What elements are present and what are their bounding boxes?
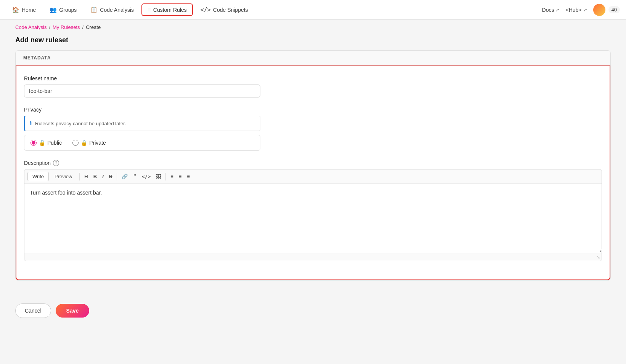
radio-private-input[interactable] [72,140,79,146]
breadcrumb-sep-2: / [82,24,84,30]
docs-label: Docs [542,7,554,13]
radio-public[interactable]: 🔓 Public [30,140,62,146]
nav-custom-rules-label: Custom Rules [153,7,187,13]
nav-item-code-snippets[interactable]: </> Code Snippets [194,3,254,16]
editor-toolbar: Write Preview H B I S 🔗 " </> 🖼 ≡ [24,169,602,184]
action-bar: Cancel Save [0,296,626,326]
code-analysis-icon: 📋 [90,6,98,13]
breadcrumb-create: Create [86,24,101,30]
breadcrumb: Code Analysis / My Rulesets / Create [0,20,626,35]
toolbar-quote-btn[interactable]: " [131,172,138,181]
toolbar-bold-btn[interactable]: B [91,172,99,181]
save-button[interactable]: Save [56,304,90,318]
description-editor: Write Preview H B I S 🔗 " </> 🖼 ≡ [24,169,602,261]
info-icon: ℹ [30,120,32,127]
toolbar-strikethrough-btn[interactable]: S [107,172,115,181]
privacy-notice-text: Rulesets privacy cannot be updated later… [35,121,126,126]
user-area: 40 [593,4,620,16]
toolbar-divider-2 [117,173,117,180]
nav-groups-label: Groups [59,7,77,13]
editor-tab-write[interactable]: Write [27,172,49,181]
metadata-card: METADATA Ruleset name Privacy ℹ Rulesets… [15,50,611,281]
radio-private-label: 🔒 Private [81,140,106,146]
groups-icon: 👥 [50,6,57,13]
nav-item-custom-rules[interactable]: ≡ Custom Rules [141,3,193,16]
nav-item-home[interactable]: 🏠 Home [6,3,42,16]
ruleset-name-input[interactable] [24,85,260,97]
breadcrumb-my-rulesets[interactable]: My Rulesets [53,24,80,30]
cancel-button[interactable]: Cancel [15,303,51,318]
breadcrumb-sep-1: / [49,24,50,30]
toolbar-image-btn[interactable]: 🖼 [154,172,163,181]
form-area: Ruleset name Privacy ℹ Rulesets privacy … [16,65,610,280]
description-group: Description ? Write Preview H B I S 🔗 [24,160,602,261]
docs-link[interactable]: Docs ↗ [542,7,560,13]
custom-rules-icon: ≡ [148,6,151,13]
toolbar-link-btn[interactable]: 🔗 [119,172,130,181]
toolbar-heading-btn[interactable]: H [82,172,90,181]
nav-items: 🏠 Home 👥 Groups 📋 Code Analysis ≡ Custom… [6,3,542,16]
toolbar-ordered-list-btn[interactable]: ≡ [177,172,184,181]
radio-public-label: 🔓 Public [39,140,62,146]
nav-item-code-analysis[interactable]: 📋 Code Analysis [84,3,140,16]
navbar: 🏠 Home 👥 Groups 📋 Code Analysis ≡ Custom… [0,0,626,20]
nav-code-snippets-label: Code Snippets [213,7,248,13]
privacy-notice: ℹ Rulesets privacy cannot be updated lat… [24,116,260,131]
privacy-group: Privacy ℹ Rulesets privacy cannot be upd… [24,107,602,151]
ruleset-name-group: Ruleset name [24,75,602,97]
hub-link[interactable]: <Hub> ↗ [565,7,587,13]
description-label: Description [24,160,51,166]
radio-public-input[interactable] [30,140,37,146]
nav-right: Docs ↗ <Hub> ↗ 40 [542,4,620,16]
metadata-header: METADATA [16,51,610,65]
help-icon[interactable]: ? [53,160,59,166]
privacy-radio-group: 🔓 Public 🔒 Private [24,135,260,151]
ruleset-name-label: Ruleset name [24,75,602,81]
page-title: Add new ruleset [15,36,611,44]
description-label-area: Description ? [24,160,602,166]
editor-resize-handle: ⤡ [24,254,602,261]
hub-external-icon: ↗ [583,7,587,13]
nav-home-label: Home [22,7,36,13]
notification-count[interactable]: 40 [608,6,620,13]
toolbar-code-btn[interactable]: </> [140,172,153,181]
home-icon: 🏠 [12,6,19,13]
code-snippets-icon: </> [201,6,211,13]
toolbar-italic-btn[interactable]: I [100,172,106,181]
unlock-icon: 🔓 [39,140,45,146]
lock-icon: 🔒 [81,140,87,146]
breadcrumb-code-analysis[interactable]: Code Analysis [15,24,47,30]
toolbar-divider-1 [79,173,80,180]
user-avatar[interactable] [593,4,605,16]
description-textarea[interactable]: Turn assert foo into assert bar. [24,184,602,252]
toolbar-task-list-btn[interactable]: ≡ [185,172,192,181]
toolbar-unordered-list-btn[interactable]: ≡ [168,172,176,181]
resize-icon: ⤡ [596,255,600,260]
nav-item-groups[interactable]: 👥 Groups [43,3,83,16]
nav-code-analysis-label: Code Analysis [100,7,134,13]
radio-private[interactable]: 🔒 Private [72,140,106,146]
external-link-icon: ↗ [555,7,559,13]
main-content: METADATA Ruleset name Privacy ℹ Rulesets… [0,50,626,296]
page-title-area: Add new ruleset [0,35,626,50]
hub-label: <Hub> [565,7,581,13]
toolbar-divider-3 [165,173,166,180]
privacy-label: Privacy [24,107,602,113]
editor-tab-preview[interactable]: Preview [50,172,77,181]
